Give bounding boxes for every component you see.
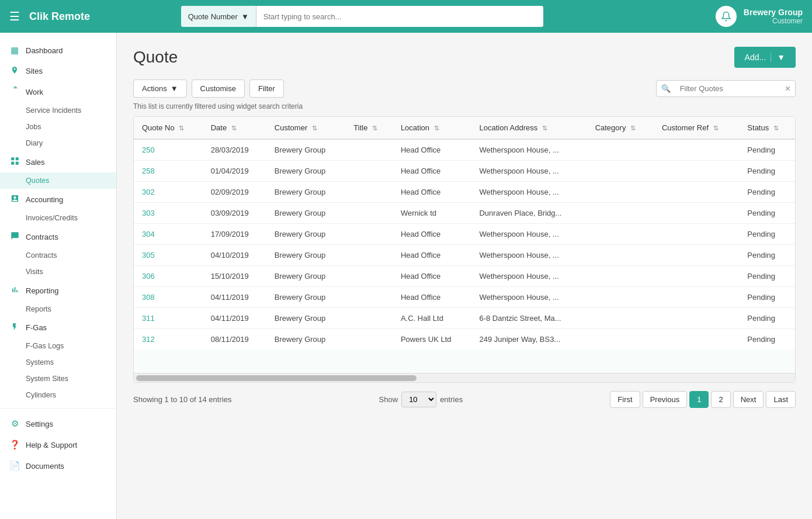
page-title: Quote [133, 48, 178, 67]
sidebar-item-accounting[interactable]: Accounting [0, 189, 116, 210]
settings-icon: ⚙ [9, 418, 20, 429]
quote-no-link[interactable]: 305 [142, 251, 155, 260]
customise-button[interactable]: Customise [192, 79, 245, 98]
sidebar-item-reports[interactable]: Reports [0, 301, 116, 317]
col-header-category[interactable]: Category ⇅ [587, 117, 654, 139]
sidebar-item-help-support[interactable]: ❓ Help & Support [0, 434, 116, 455]
user-role: Customer [744, 17, 803, 25]
location-address-cell: Wetherspoon House, ... [471, 287, 587, 308]
sidebar-item-sites[interactable]: Sites [0, 61, 116, 81]
sidebar-item-settings[interactable]: ⚙ Settings [0, 413, 116, 434]
topnav-right: Brewery Group Customer [716, 6, 803, 27]
sidebar-item-cylinders[interactable]: Cylinders [0, 387, 116, 403]
status-cell: Pending [739, 182, 795, 203]
location-address-cell: Wetherspoon House, ... [471, 224, 587, 245]
sidebar-item-fgas-logs[interactable]: F-Gas Logs [0, 338, 116, 354]
sidebar-item-documents[interactable]: 📄 Documents [0, 455, 116, 476]
col-header-location-address[interactable]: Location Address ⇅ [471, 117, 587, 139]
sidebar-item-label-reporting: Reporting [26, 286, 58, 295]
table-row: 304 17/09/2019 Brewery Group Head Office… [134, 224, 795, 245]
sidebar-item-system-sites[interactable]: System Sites [0, 371, 116, 387]
category-cell [587, 308, 654, 329]
filter-search-input[interactable] [675, 81, 780, 96]
date-cell: 28/03/2019 [203, 139, 266, 161]
sidebar-item-contracts[interactable]: Contracts [0, 226, 116, 247]
col-header-location[interactable]: Location ⇅ [393, 117, 471, 139]
last-button[interactable]: Last [766, 391, 796, 408]
sidebar-item-work[interactable]: Work [0, 81, 116, 102]
date-cell: 04/11/2019 [203, 308, 266, 329]
quote-no-link[interactable]: 303 [142, 209, 155, 217]
table-row: 306 15/10/2019 Brewery Group Head Office… [134, 266, 795, 287]
next-button[interactable]: Next [733, 391, 764, 408]
show-select[interactable]: 10 25 50 100 [401, 392, 436, 407]
filter-search-clear-icon[interactable]: × [780, 84, 795, 94]
sort-icon-customer-ref: ⇅ [713, 124, 719, 132]
actions-button[interactable]: Actions ▼ [133, 79, 187, 98]
notifications-button[interactable] [716, 6, 737, 27]
dropdown-arrow-icon: ▼ [241, 12, 249, 21]
sidebar-item-jobs[interactable]: Jobs [0, 119, 116, 135]
location-address-cell: Wetherspoon House, ... [471, 139, 587, 161]
quote-no-link[interactable]: 250 [142, 146, 155, 154]
quote-no-link[interactable]: 308 [142, 293, 155, 302]
quote-no-link[interactable]: 311 [142, 314, 155, 323]
pagination-show: Show 10 25 50 100 entries [379, 392, 463, 407]
global-search-input[interactable] [256, 6, 543, 27]
help-icon: ❓ [9, 440, 20, 450]
date-cell: 03/09/2019 [203, 203, 266, 224]
sidebar-item-visits[interactable]: Visits [0, 264, 116, 280]
sidebar-item-systems[interactable]: Systems [0, 354, 116, 371]
quote-no-link[interactable]: 258 [142, 167, 155, 175]
location-cell: Head Office [393, 182, 471, 203]
show-label: Show [379, 395, 398, 404]
customer-cell: Brewery Group [266, 161, 345, 182]
sidebar-item-label-dashboard: Dashboard [26, 46, 63, 55]
col-header-customer-ref[interactable]: Customer Ref ⇅ [654, 117, 739, 139]
title-cell [345, 139, 393, 161]
col-header-customer[interactable]: Customer ⇅ [266, 117, 345, 139]
col-header-date[interactable]: Date ⇅ [203, 117, 266, 139]
hamburger-icon[interactable]: ☰ [9, 9, 20, 23]
add-button[interactable]: Add... ▼ [734, 47, 796, 68]
quote-no-link[interactable]: 306 [142, 272, 155, 281]
quotes-table: Quote No ⇅ Date ⇅ Customer ⇅ Title ⇅ [133, 116, 796, 383]
previous-button[interactable]: Previous [643, 391, 688, 408]
status-cell: Pending [739, 308, 795, 329]
sidebar-item-label-help: Help & Support [26, 441, 77, 449]
filter-button[interactable]: Filter [249, 79, 284, 98]
category-cell [587, 203, 654, 224]
category-cell [587, 139, 654, 161]
scrollbar-thumb[interactable] [136, 375, 417, 381]
quote-no-link[interactable]: 312 [142, 335, 155, 344]
sidebar-item-quotes[interactable]: Quotes [0, 172, 116, 189]
user-name: Brewery Group [744, 8, 803, 17]
quote-no-link[interactable]: 302 [142, 188, 155, 196]
page-1-button[interactable]: 1 [689, 391, 709, 408]
sidebar-item-dashboard[interactable]: ▦ Dashboard [0, 40, 116, 61]
first-button[interactable]: First [610, 391, 640, 408]
quote-no-link[interactable]: 304 [142, 230, 155, 238]
sidebar-item-invoices-credits[interactable]: Invoices/Credits [0, 210, 116, 226]
sidebar-item-contracts-sub[interactable]: Contracts [0, 247, 116, 264]
location-cell: Head Office [393, 287, 471, 308]
sidebar-item-sales[interactable]: Sales [0, 151, 116, 172]
search-type-dropdown[interactable]: Quote Number ▼ [181, 6, 256, 27]
sidebar-item-label-documents: Documents [26, 462, 64, 470]
col-header-status[interactable]: Status ⇅ [739, 117, 795, 139]
user-menu[interactable]: Brewery Group Customer [744, 8, 803, 25]
actions-caret-icon: ▼ [171, 84, 178, 93]
filter-note: This list is currently filtered using wi… [133, 102, 796, 110]
sidebar-item-diary[interactable]: Diary [0, 135, 116, 151]
sort-icon-location: ⇅ [434, 124, 439, 132]
sort-icon-category: ⇅ [630, 124, 636, 132]
sidebar-item-fgas[interactable]: F-Gas [0, 317, 116, 338]
col-header-title[interactable]: Title ⇅ [345, 117, 393, 139]
sidebar-item-service-incidents[interactable]: Service Incidents [0, 102, 116, 119]
reporting-icon [9, 285, 20, 296]
col-header-quote-no[interactable]: Quote No ⇅ [134, 117, 203, 139]
page-2-button[interactable]: 2 [711, 391, 730, 408]
date-cell: 04/10/2019 [203, 245, 266, 266]
horizontal-scrollbar[interactable] [134, 373, 795, 382]
sidebar-item-reporting[interactable]: Reporting [0, 280, 116, 301]
